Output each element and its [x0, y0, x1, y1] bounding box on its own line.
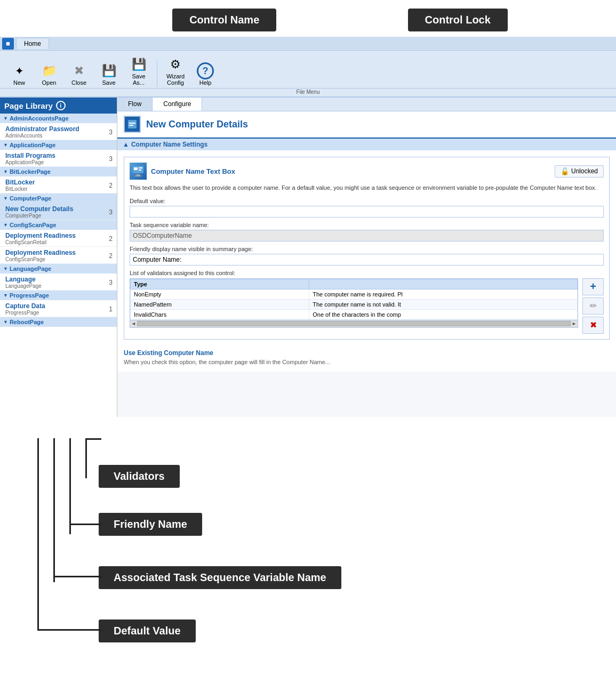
content-body[interactable]: New Computer Details ▲ Computer Name Set…	[117, 111, 616, 417]
delete-validator-button[interactable]: ✖	[582, 317, 604, 334]
ribbon-btn-save[interactable]: 💾 Save	[95, 60, 123, 87]
sidebar-group-computer[interactable]: ▼ ComputerPage	[0, 194, 117, 203]
sidebar-group-app[interactable]: ▼ ApplicationPage	[0, 140, 117, 150]
sidebar-group-admin-arrow: ▼	[3, 116, 8, 121]
ribbon-btn-open-label: Open	[42, 79, 57, 86]
ribbon-btn-save-as[interactable]: 💾 SaveAs...	[125, 54, 153, 87]
ann-line-friendly-v	[69, 438, 71, 534]
info-icon[interactable]: i	[56, 101, 66, 110]
ribbon-btn-new-label: New	[13, 79, 25, 86]
ribbon-separator	[157, 60, 157, 87]
svg-rect-5	[139, 167, 142, 168]
sidebar-group-configscan-label: ConfigScanPage	[10, 222, 56, 228]
tab-flow[interactable]: Flow	[117, 98, 153, 111]
section-header[interactable]: ▲ Computer Name Settings	[117, 139, 616, 150]
sidebar-item-admin-password-sub: AdminAccounts	[5, 133, 79, 139]
sidebar-group-progress-label: ProgressPage	[10, 292, 49, 299]
validator-desc-1: The computer name is not valid. It	[309, 299, 578, 309]
task-seq-input	[130, 230, 604, 242]
section-collapse-arrow: ▲	[123, 141, 129, 148]
ann-line-default-v	[37, 438, 39, 630]
validators-label: List of validators assigned to this cont…	[130, 270, 604, 276]
sidebar-group-reboot[interactable]: ▼ RebootPage	[0, 317, 117, 327]
ribbon-btn-save-label: Save	[102, 79, 115, 86]
sidebar-group-bitlocker[interactable]: ▼ BitLockerPage	[0, 167, 117, 176]
ribbon-btn-save-as-label: SaveAs...	[132, 73, 145, 86]
sidebar-item-install-programs[interactable]: Install Programs ApplicationPage 3	[0, 150, 117, 167]
ann-line-validators-v	[85, 438, 87, 478]
file-menu-label: File Menu	[0, 88, 616, 96]
validators-col-type: Type	[131, 279, 309, 289]
sidebar: Page Library i ▼ AdminAccountsPage Admin…	[0, 98, 117, 417]
sidebar-scroll[interactable]: ▼ AdminAccountsPage Administrator Passwo…	[0, 114, 117, 416]
section-title: Computer Name Settings	[131, 141, 207, 148]
ribbon-btn-close-label: Close	[71, 79, 86, 86]
use-existing-section: Use Existing Computer Name When you chec…	[124, 346, 610, 365]
ribbon-btn-help[interactable]: ? Help	[191, 60, 219, 87]
sidebar-item-deploy-ready-2[interactable]: Deployment Readiness ConfigScanPage 2	[0, 247, 117, 264]
ribbon-btn-help-label: Help	[199, 79, 212, 86]
ann-line-task-v	[53, 438, 55, 582]
validator-desc-0: The computer name is required. Pl	[309, 289, 578, 299]
lock-label: Unlocked	[571, 167, 598, 175]
ribbon-btn-open[interactable]: 📁 Open	[35, 60, 63, 87]
computer-name-section: ▲ Computer Name Settings Computer Name T…	[117, 138, 616, 371]
ribbon-btn-new[interactable]: ✦ New	[5, 60, 33, 87]
horizontal-scrollbar[interactable]: ◄ ►	[130, 320, 578, 327]
page-title-bar: New Computer Details	[117, 111, 616, 138]
table-row[interactable]: NamedPattern The computer name is not va…	[131, 299, 578, 309]
sidebar-group-language-label: LanguagePage	[10, 265, 51, 272]
default-value-label: Default value:	[130, 198, 604, 204]
friendly-name-input[interactable]	[130, 254, 604, 265]
ribbon-btn-close[interactable]: ✖ Close	[65, 60, 93, 87]
sidebar-group-language[interactable]: ▼ LanguagePage	[0, 264, 117, 273]
sidebar-item-new-computer[interactable]: New Computer Details ComputerPage 3	[0, 203, 117, 220]
friendly-name-row: Friendly display name visible in summary…	[130, 246, 604, 265]
default-value-input[interactable]	[130, 206, 604, 218]
annotation-task-seq-box: Associated Task Sequence Variable Name	[99, 566, 341, 589]
table-row[interactable]: NonEmpty The computer name is required. …	[131, 289, 578, 299]
scroll-right-arrow[interactable]: ►	[572, 321, 577, 326]
open-icon: 📁	[41, 62, 58, 79]
sidebar-group-progress[interactable]: ▼ ProgressPage	[0, 291, 117, 300]
default-value-row: Default value:	[130, 198, 604, 218]
save-icon: 💾	[100, 62, 117, 79]
edit-icon: ✏	[590, 301, 597, 311]
add-validator-button[interactable]: +	[582, 278, 604, 295]
bottom-annotations: Validators Friendly Name Associated Task…	[0, 417, 616, 692]
annotation-container: Validators Friendly Name Associated Task…	[0, 438, 616, 683]
office-button[interactable]: ■	[2, 38, 14, 50]
sidebar-group-reboot-label: RebootPage	[10, 319, 44, 325]
scroll-left-arrow[interactable]: ◄	[131, 321, 136, 326]
sidebar-group-admin[interactable]: ▼ AdminAccountsPage	[0, 114, 117, 123]
sidebar-group-admin-label: AdminAccountsPage	[10, 115, 69, 122]
delete-icon: ✖	[590, 320, 597, 330]
add-icon: +	[590, 280, 596, 293]
close-icon: ✖	[70, 62, 87, 79]
ribbon-tab-bar: ■ Home	[0, 37, 616, 51]
control-icon	[130, 163, 147, 180]
validators-table-wrapper: Type NonEmpty The computer name is requ	[130, 278, 578, 328]
validator-type-0: NonEmpty	[131, 289, 309, 299]
page-icon	[124, 116, 141, 133]
ribbon-tab-home[interactable]: Home	[16, 38, 49, 49]
use-existing-link[interactable]: Use Existing Computer Name	[124, 346, 610, 359]
edit-validator-button[interactable]: ✏	[582, 297, 604, 315]
sidebar-group-configscan[interactable]: ▼ ConfigScanPage	[0, 220, 117, 230]
sidebar-item-language[interactable]: Language LanguagePage 3	[0, 273, 117, 291]
sidebar-item-bitlocker[interactable]: BitLocker BitLocker 2	[0, 176, 117, 194]
tab-configure[interactable]: Configure	[153, 98, 202, 111]
sidebar-item-capture[interactable]: Capture Data ProgressPage 1	[0, 300, 117, 317]
sidebar-group-computer-label: ComputerPage	[10, 195, 51, 202]
control-card-header: Computer Name Text Box 🔓 Unlocked	[130, 163, 604, 180]
help-icon: ?	[197, 62, 214, 79]
task-seq-row: Task sequence variable name:	[130, 222, 604, 242]
ribbon-btn-wizard[interactable]: ⚙ WizardConfig	[162, 54, 189, 87]
ann-line-task-h	[53, 576, 101, 577]
svg-rect-2	[129, 125, 133, 126]
sidebar-item-admin-password[interactable]: Administrator Password AdminAccounts 3	[0, 123, 117, 140]
table-row[interactable]: InvalidChars One of the characters in th…	[131, 309, 578, 319]
sidebar-item-admin-count: 3	[109, 128, 113, 136]
lock-badge[interactable]: 🔓 Unlocked	[555, 165, 604, 178]
sidebar-item-deploy-ready-1[interactable]: Deployment Readiness ConfigScanRetail 2	[0, 230, 117, 247]
